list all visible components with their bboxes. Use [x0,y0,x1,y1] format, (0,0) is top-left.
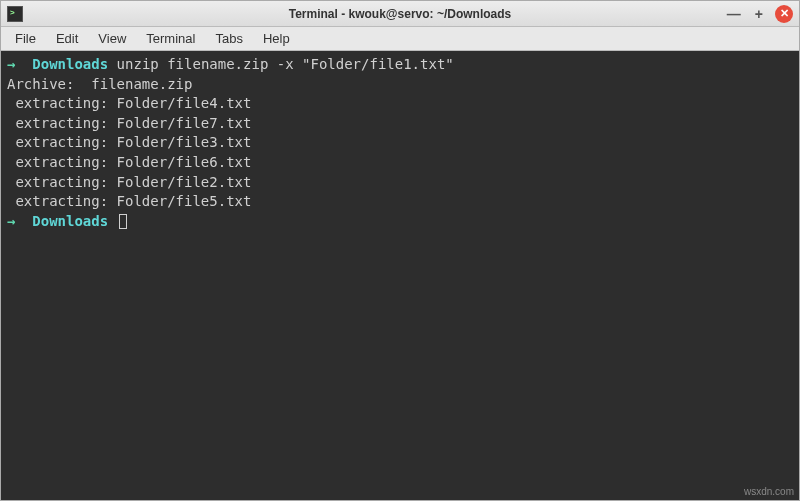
titlebar[interactable]: Terminal - kwouk@servo: ~/Downloads — + … [1,1,799,27]
command-text: unzip filename.zip -x "Folder/file1.txt" [117,56,454,72]
menu-tabs[interactable]: Tabs [205,29,252,48]
menubar: File Edit View Terminal Tabs Help [1,27,799,51]
terminal-window: Terminal - kwouk@servo: ~/Downloads — + … [0,0,800,501]
terminal-app-icon [7,6,23,22]
window-controls: — + ✕ [725,5,793,23]
menu-help[interactable]: Help [253,29,300,48]
cursor-icon [119,214,127,229]
output-line: Archive: filename.zip [7,76,192,92]
close-button[interactable]: ✕ [775,5,793,23]
prompt-cwd: Downloads [32,56,108,72]
output-line: extracting: Folder/file5.txt [7,193,319,209]
menu-view[interactable]: View [88,29,136,48]
maximize-button[interactable]: + [753,6,765,22]
minimize-button[interactable]: — [725,6,743,22]
output-line: extracting: Folder/file7.txt [7,115,319,131]
menu-file[interactable]: File [5,29,46,48]
output-line: extracting: Folder/file4.txt [7,95,319,111]
menu-terminal[interactable]: Terminal [136,29,205,48]
terminal-output[interactable]: → Downloads unzip filename.zip -x "Folde… [1,51,799,500]
output-line: extracting: Folder/file2.txt [7,174,319,190]
prompt-arrow-icon: → [7,56,15,72]
output-line: extracting: Folder/file6.txt [7,154,319,170]
window-title: Terminal - kwouk@servo: ~/Downloads [289,7,512,21]
menu-edit[interactable]: Edit [46,29,88,48]
prompt-arrow-icon: → [7,213,15,229]
output-line: extracting: Folder/file3.txt [7,134,319,150]
watermark-text: wsxdn.com [744,486,794,497]
prompt-cwd: Downloads [32,213,108,229]
